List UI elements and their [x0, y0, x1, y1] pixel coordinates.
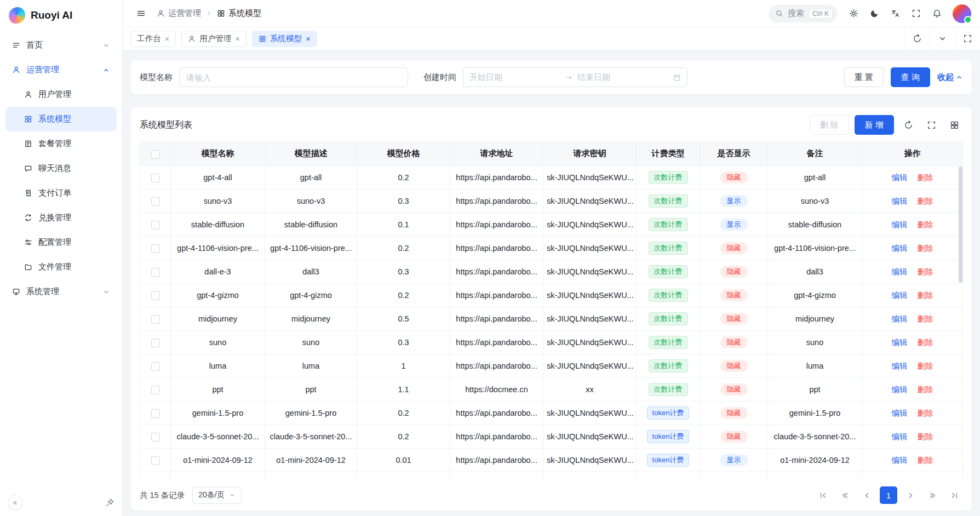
tab-system-models[interactable]: 系统模型 × [252, 31, 317, 47]
sidebar-collapse-button[interactable]: « [8, 495, 22, 510]
edit-link[interactable]: 编辑 [891, 409, 907, 417]
edit-link[interactable]: 编辑 [891, 314, 907, 323]
table-fullscreen-button[interactable] [922, 116, 940, 134]
prev-page-button[interactable] [858, 486, 875, 504]
edit-link[interactable]: 编辑 [891, 432, 907, 441]
sidebar-subitem[interactable]: 聊天消息 [5, 156, 117, 181]
language-button[interactable] [886, 4, 904, 23]
model-name-input[interactable] [179, 67, 408, 87]
operations-icon [157, 9, 165, 18]
tab-user-management[interactable]: 用户管理 × [181, 31, 247, 47]
sidebar-subitem[interactable]: 系统模型 [5, 107, 117, 131]
global-search[interactable]: 搜索 Ctrl K [769, 5, 838, 22]
close-tab-icon[interactable]: × [306, 35, 311, 43]
row-checkbox[interactable] [151, 291, 160, 300]
notifications-button[interactable] [927, 4, 946, 23]
row-checkbox[interactable] [151, 221, 160, 230]
edit-link[interactable]: 编辑 [891, 267, 907, 276]
sidebar-subitem[interactable]: 套餐管理 [5, 131, 117, 156]
refresh-page-button[interactable] [904, 27, 930, 50]
delete-link[interactable]: 删除 [918, 362, 933, 370]
row-checkbox[interactable] [151, 174, 160, 182]
next-pages-button[interactable] [924, 486, 941, 504]
row-checkbox[interactable] [151, 197, 160, 206]
edit-link[interactable]: 编辑 [891, 244, 907, 253]
row-checkbox[interactable] [151, 433, 160, 442]
edit-link[interactable]: 编辑 [891, 385, 907, 394]
sidebar-item-operations[interactable]: 运营管理 [5, 58, 117, 82]
row-checkbox[interactable] [151, 268, 160, 277]
tabs-menu-button[interactable] [930, 27, 955, 50]
collapse-filter-link[interactable]: 收起 [937, 72, 963, 83]
sidebar-item-system[interactable]: 系统管理 [5, 279, 117, 304]
edit-link[interactable]: 编辑 [891, 197, 907, 205]
sidebar-toggle-button[interactable] [131, 4, 150, 23]
table-scrollbar[interactable] [959, 167, 962, 478]
row-checkbox[interactable] [151, 456, 160, 465]
billing-type-badge: 次数计费 [649, 171, 688, 185]
app-logo[interactable]: Ruoyi AI [0, 0, 122, 31]
content-fullscreen-button[interactable] [955, 27, 980, 50]
delete-link[interactable]: 删除 [918, 338, 933, 347]
reset-button[interactable]: 重 置 [844, 67, 884, 87]
date-range-picker[interactable]: 开始日期 结束日期 [463, 67, 687, 87]
edit-link[interactable]: 编辑 [891, 173, 907, 182]
row-checkbox[interactable] [151, 339, 160, 347]
delete-link[interactable]: 删除 [918, 267, 933, 276]
row-checkbox[interactable] [151, 244, 160, 253]
chevron-up-icon [102, 66, 110, 74]
settings-button[interactable] [844, 4, 863, 23]
first-page-button[interactable] [814, 486, 832, 504]
delete-link[interactable]: 删除 [918, 409, 933, 417]
theme-toggle-button[interactable] [865, 4, 884, 23]
edit-link[interactable]: 编辑 [891, 220, 907, 229]
column-settings-button[interactable] [945, 116, 963, 134]
row-checkbox[interactable] [151, 362, 160, 371]
edit-link[interactable]: 编辑 [891, 456, 907, 465]
row-checkbox[interactable] [151, 386, 160, 394]
add-button[interactable]: 新 增 [855, 115, 894, 135]
sidebar-item-home[interactable]: 首页 [5, 33, 117, 58]
close-tab-icon[interactable]: × [165, 35, 170, 43]
delete-link[interactable]: 删除 [918, 291, 933, 300]
delete-link[interactable]: 删除 [918, 220, 933, 229]
fullscreen-button[interactable] [907, 4, 925, 23]
edit-link[interactable]: 编辑 [891, 362, 907, 370]
delete-selected-button[interactable]: 删 除 [810, 115, 849, 135]
row-checkbox[interactable] [151, 409, 160, 418]
delete-link[interactable]: 删除 [918, 314, 933, 323]
last-page-button[interactable] [945, 486, 963, 504]
sidebar-subitem[interactable]: 支付订单 [5, 181, 117, 205]
sidebar-subitem[interactable]: 用户管理 [5, 82, 117, 107]
request-url-cell: https://api.pandarobo... [450, 331, 543, 354]
delete-link[interactable]: 删除 [918, 173, 933, 182]
billing-type-badge: 次数计费 [649, 242, 688, 255]
select-all-checkbox[interactable] [151, 150, 160, 159]
edit-link[interactable]: 编辑 [891, 291, 907, 300]
delete-link[interactable]: 删除 [918, 244, 933, 253]
prev-pages-button[interactable] [836, 486, 853, 504]
pin-icon[interactable] [105, 498, 114, 507]
edit-link[interactable]: 编辑 [891, 338, 907, 347]
sidebar-subitem[interactable]: 配置管理 [5, 230, 117, 255]
delete-link[interactable]: 删除 [918, 456, 933, 465]
page-size-select[interactable]: 20条/页 [192, 487, 241, 504]
user-avatar[interactable] [953, 4, 971, 23]
page-1-button[interactable]: 1 [880, 486, 897, 504]
model-price-cell: 0.2 [357, 284, 450, 307]
delete-link[interactable]: 删除 [918, 385, 933, 394]
column-header: 请求地址 [450, 142, 543, 166]
next-page-button[interactable] [902, 486, 919, 504]
delete-link[interactable]: 删除 [918, 432, 933, 441]
delete-link[interactable]: 删除 [918, 197, 933, 205]
search-button[interactable]: 查 询 [891, 67, 930, 87]
refresh-table-button[interactable] [899, 116, 917, 134]
request-key-cell: sk-JIUQLNndqSeKWU... [543, 307, 637, 331]
scrollbar-thumb[interactable] [959, 167, 962, 283]
row-checkbox[interactable] [151, 315, 160, 324]
close-tab-icon[interactable]: × [235, 35, 240, 43]
sidebar-subitem[interactable]: 兑换管理 [5, 205, 117, 230]
breadcrumb-item-operations[interactable]: 运营管理 [157, 8, 201, 19]
sidebar-subitem[interactable]: 文件管理 [5, 255, 117, 279]
tab-workbench[interactable]: 工作台 × [130, 31, 176, 47]
